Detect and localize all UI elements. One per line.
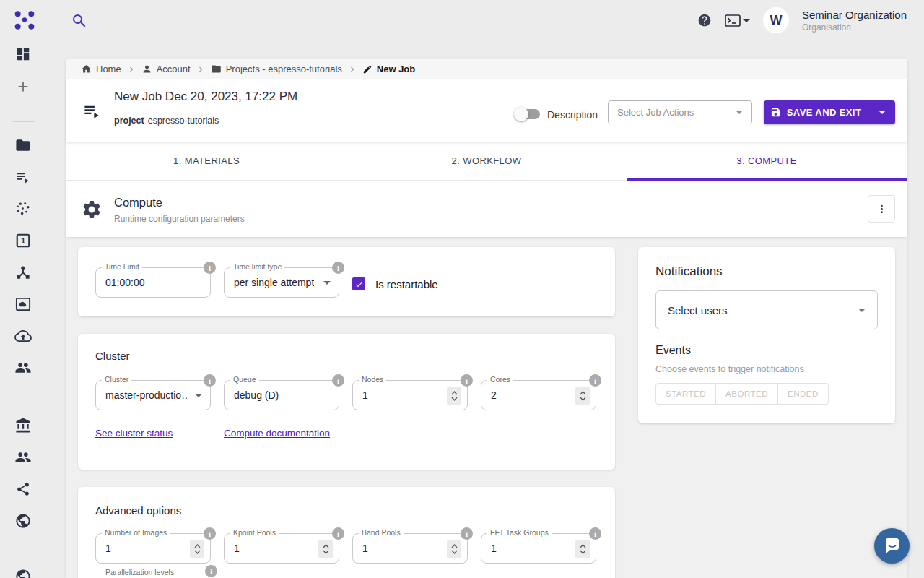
materials-dots-icon[interactable] [15, 201, 31, 217]
stepper-up-icon [194, 544, 201, 548]
step-tabs: 1. MATERIALS 2. WORKFLOW 3. COMPUTE [66, 142, 907, 181]
toggle-knob [514, 107, 528, 121]
band-pools-stepper[interactable] [447, 540, 461, 558]
cluster-card: Cluster Cluster master-productio… i Queu… [78, 334, 615, 470]
stepper-up-icon [451, 544, 458, 548]
globe-partial-icon[interactable] [15, 569, 32, 578]
advanced-heading: Advanced options [95, 504, 181, 517]
info-icon: i [204, 262, 216, 274]
fft-task-groups-stepper[interactable] [575, 540, 590, 558]
avatar[interactable]: W [763, 7, 789, 33]
compute-section-header: Compute Runtime configuration parameters [66, 181, 907, 237]
chat-button[interactable] [874, 528, 910, 564]
app-logo-icon[interactable] [13, 9, 36, 32]
tab-materials[interactable]: 1. MATERIALS [66, 142, 346, 180]
person-icon [141, 64, 152, 74]
save-and-exit-button[interactable]: SAVE AND EXIT [764, 100, 895, 124]
band-pools-input[interactable]: Band Pools 1 i [352, 533, 468, 564]
stepper-down-icon [194, 550, 201, 554]
save-split-caret[interactable] [868, 100, 895, 124]
info-icon: i [204, 374, 216, 387]
kpoint-pools-input[interactable]: Kpoint Pools 1 i [224, 533, 339, 564]
info-icon: i [204, 527, 216, 540]
job-header: New Job Dec 20, 2023, 17:22 PM projectes… [66, 79, 907, 142]
events-heading: Events [655, 344, 691, 357]
chat-bubble-icon [884, 538, 901, 554]
queue-input[interactable]: Queue debug (D) i [224, 380, 339, 410]
info-icon: i [332, 527, 344, 540]
tab-compute[interactable]: 3. COMPUTE [627, 142, 907, 180]
advanced-options-card: Advanced options Number of Images 1 i Kp… [78, 487, 615, 578]
projects-folder-icon[interactable] [15, 137, 32, 154]
event-ended-button[interactable]: ENDED [778, 383, 829, 405]
chevron-down-icon [879, 111, 886, 114]
number-of-images-input[interactable]: Number of Images 1 i [95, 533, 211, 564]
cores-input[interactable]: Cores 2 i [481, 380, 596, 410]
number-of-images-stepper[interactable] [190, 540, 204, 558]
chevron-down-icon [736, 111, 743, 114]
cluster-status-link[interactable]: See cluster status [95, 428, 173, 439]
time-limit-input[interactable]: Time Limit 01:00:00 i [95, 267, 211, 298]
org-info[interactable]: Seminar Organization Organisation [802, 9, 907, 33]
team-icon[interactable] [15, 449, 32, 466]
job-title-input[interactable]: New Job Dec 20, 2023, 17:22 PM [114, 90, 505, 111]
events-caption: Choose events to trigger notifications [655, 364, 804, 374]
event-button-group: STARTED ABORTED ENDED [655, 383, 829, 405]
parallelization-levels-label: Parallelization levels [103, 568, 177, 577]
cluster-select[interactable]: Cluster master-productio… i [95, 380, 211, 410]
people-icon[interactable] [15, 360, 32, 376]
main-panel: Home Account Projects - espresso-tutoria… [66, 59, 907, 578]
help-icon[interactable] [697, 13, 712, 27]
time-limit-type-select[interactable]: Time limit type per single attempt i [224, 267, 339, 298]
console-menu-button[interactable] [725, 14, 750, 27]
nodes-input[interactable]: Nodes 1 i [352, 380, 468, 410]
fft-task-groups-input[interactable]: FFT Task Groups 1 i [481, 533, 596, 564]
section-menu-button[interactable] [868, 195, 895, 223]
chevron-down-icon [858, 309, 866, 312]
cores-stepper[interactable] [575, 387, 590, 405]
breadcrumb-projects[interactable]: Projects - espresso-tutorials [211, 64, 342, 74]
element-one-icon[interactable]: 1 [15, 233, 31, 249]
org-subtitle: Organisation [802, 22, 907, 33]
breadcrumb-account[interactable]: Account [141, 64, 191, 74]
tab-workflow[interactable]: 2. WORKFLOW [346, 142, 627, 180]
check-icon [354, 280, 364, 289]
globe-icon[interactable] [15, 513, 32, 530]
stepper-up-icon [451, 391, 458, 395]
dashboard-icon[interactable] [15, 46, 31, 62]
is-restartable-label: Is restartable [375, 278, 438, 290]
event-aborted-button[interactable]: ABORTED [716, 383, 778, 405]
compute-title: Compute [114, 196, 162, 210]
org-name: Seminar Organization [802, 9, 907, 21]
breadcrumb-home[interactable]: Home [81, 64, 121, 74]
stepper-down-icon [451, 550, 458, 554]
description-toggle-label: Description [547, 109, 598, 121]
breadcrumb: Home Account Projects - espresso-tutoria… [66, 59, 907, 79]
info-icon: i [332, 262, 344, 274]
description-toggle[interactable] [515, 109, 540, 119]
chevron-down-icon [195, 394, 202, 397]
job-actions-select[interactable]: Select Job Actions [608, 100, 752, 124]
kpoint-pools-stepper[interactable] [318, 540, 333, 558]
share-icon[interactable] [16, 482, 31, 497]
sidebar-divider [12, 402, 35, 402]
search-icon[interactable] [71, 12, 88, 30]
stepper-down-icon [580, 397, 586, 401]
chevron-right-icon [196, 64, 206, 74]
cloud-upload-icon[interactable] [14, 327, 32, 345]
select-users-dropdown[interactable]: Select users [655, 290, 878, 329]
sidebar-divider [12, 121, 35, 122]
compute-docs-link[interactable]: Compute documentation [224, 428, 330, 439]
bank-icon[interactable] [15, 418, 32, 434]
info-icon: i [589, 527, 601, 540]
add-icon[interactable] [15, 79, 31, 95]
stepper-up-icon [580, 544, 586, 548]
is-restartable-checkbox[interactable] [352, 277, 365, 290]
jobs-playlist-icon[interactable] [15, 169, 32, 186]
workflows-tree-icon[interactable] [15, 264, 32, 281]
event-started-button[interactable]: STARTED [655, 383, 716, 405]
boxed-cloud-icon[interactable] [15, 296, 32, 313]
notifications-heading: Notifications [655, 264, 723, 279]
nodes-stepper[interactable] [447, 387, 461, 405]
info-icon: i [332, 374, 344, 387]
